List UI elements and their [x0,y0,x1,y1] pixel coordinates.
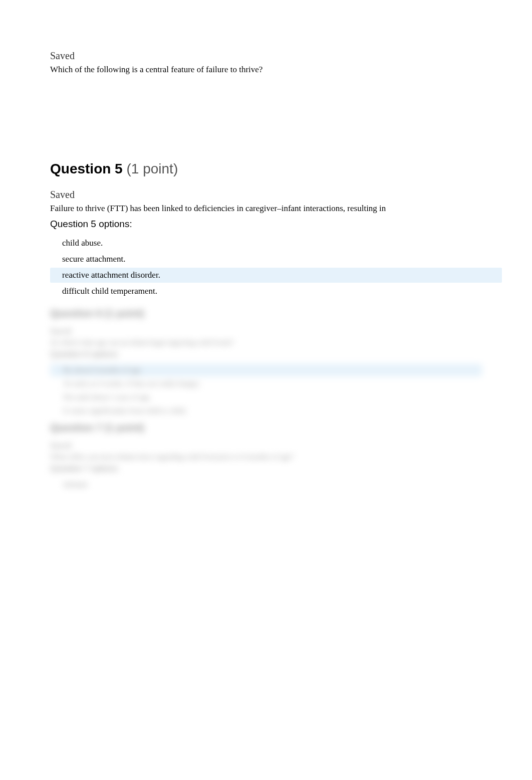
option-text: difficult child temperament. [62,286,157,296]
prior-question-fragment: Saved Which of the following is a centra… [50,50,482,76]
saved-label: Saved [50,189,482,201]
question-text: Which of the following is a central feat… [50,64,482,76]
option-row: It varies significantly from child to ch… [50,405,482,417]
option-text: It varies significantly from child to ch… [63,407,187,415]
option-text: secure attachment. [62,254,126,264]
question-6-options-label: Question 6 options: [50,350,482,359]
radio-icon[interactable] [52,240,62,247]
radio-icon [54,380,63,386]
question-5-text: Failure to thrive (FTT) has been linked … [50,203,482,215]
option-row: intimate [50,478,482,491]
question-number: Question 5 [50,161,123,176]
option-text: By about 6 months of age. [63,366,142,374]
option-row[interactable]: reactive attachment disorder. [50,268,502,283]
question-7-options: intimate [50,478,482,491]
question-7-heading: Question 7 (1 point) [50,422,482,434]
radio-icon[interactable] [52,272,62,279]
saved-label: Saved [50,50,482,62]
question-5-heading: Question 5 (1 point) [50,161,482,177]
option-text: Not until about 1 year of age. [63,393,151,402]
radio-icon [54,394,63,400]
saved-label: Saved [50,326,482,336]
question-7-text: What reflex can most infants have regard… [50,453,482,461]
saved-label: Saved [50,441,482,451]
radio-icon [54,408,63,414]
question-6-text: At which what age can an infant begin in… [50,338,482,347]
option-text: intimate [63,480,88,489]
option-text: As early as 4 weeks, if they are really … [63,379,200,388]
radio-icon[interactable] [52,288,62,295]
radio-icon [54,481,63,487]
option-row: Not until about 1 year of age. [50,391,482,404]
question-5-options-label: Question 5 options: [50,219,482,230]
option-row[interactable]: difficult child temperament. [50,284,482,299]
question-6-options: By about 6 months of age.As early as 4 w… [50,364,482,417]
option-text: reactive attachment disorder. [62,270,160,280]
option-row[interactable]: child abuse. [50,236,482,251]
question-points: (1 point) [123,161,178,176]
question-6-heading: Question 6 (1 point) [50,308,482,319]
option-row: As early as 4 weeks, if they are really … [50,377,482,390]
locked-content: Question 6 (1 point) Saved At which what… [50,308,482,491]
question-5-options: child abuse.secure attachment.reactive a… [50,236,482,299]
radio-icon[interactable] [52,256,62,263]
radio-icon [54,367,63,373]
question-7-options-label: Question 7 options: [50,464,482,473]
option-row[interactable]: secure attachment. [50,252,482,267]
option-text: child abuse. [62,238,103,248]
option-row: By about 6 months of age. [50,364,482,376]
